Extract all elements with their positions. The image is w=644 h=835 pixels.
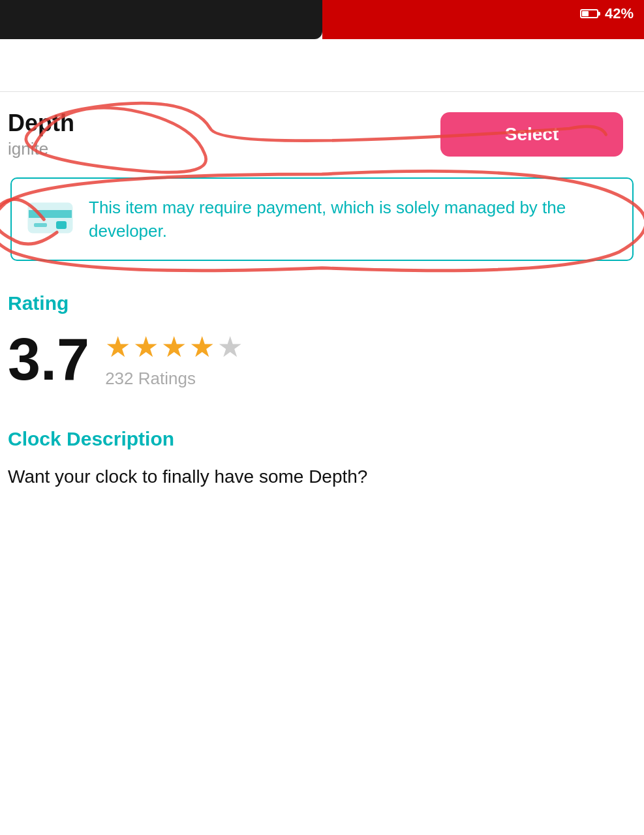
- rating-score: 3.7: [8, 330, 89, 389]
- svg-rect-1: [29, 210, 72, 218]
- star-1: ★: [105, 330, 130, 363]
- stars-row: ★ ★ ★ ★ ★: [105, 330, 243, 363]
- description-section: Clock Description Want your clock to fin…: [0, 402, 644, 504]
- payment-notice-text: This item may require payment, which is …: [89, 196, 617, 243]
- credit-card-icon: [27, 200, 73, 239]
- rating-details: ★ ★ ★ ★ ★ 232 Ratings: [105, 330, 243, 389]
- payment-notice-wrapper: This item may require payment, which is …: [5, 177, 639, 262]
- star-5: ★: [217, 330, 243, 363]
- battery-icon: [580, 9, 598, 18]
- preview-area: 42%: [0, 0, 644, 39]
- star-2: ★: [133, 330, 159, 363]
- svg-rect-3: [56, 221, 67, 229]
- rating-section-label: Rating: [8, 292, 636, 314]
- payment-notice: This item may require payment, which is …: [10, 177, 634, 262]
- app-subtitle: ignite: [8, 139, 74, 159]
- description-text: Want your clock to finally have some Dep…: [8, 463, 636, 491]
- select-button[interactable]: Select: [440, 112, 623, 157]
- app-info-row: Depth ignite Select: [0, 92, 644, 177]
- spacer: [0, 39, 644, 91]
- app-title: Depth: [8, 110, 74, 136]
- app-info-wrapper: Depth ignite Select: [0, 92, 644, 177]
- rating-row: 3.7 ★ ★ ★ ★ ★ 232 Ratings: [8, 330, 636, 389]
- rating-section: Rating 3.7 ★ ★ ★ ★ ★ 232 Ratings: [0, 266, 644, 402]
- description-section-label: Clock Description: [8, 428, 636, 450]
- star-3: ★: [161, 330, 187, 363]
- ratings-count: 232 Ratings: [105, 369, 243, 389]
- star-4: ★: [189, 330, 215, 363]
- battery-text: 42%: [605, 5, 634, 22]
- svg-rect-2: [34, 223, 47, 227]
- preview-left: [0, 0, 322, 39]
- preview-right: 42%: [322, 0, 645, 39]
- app-title-block: Depth ignite: [8, 110, 74, 159]
